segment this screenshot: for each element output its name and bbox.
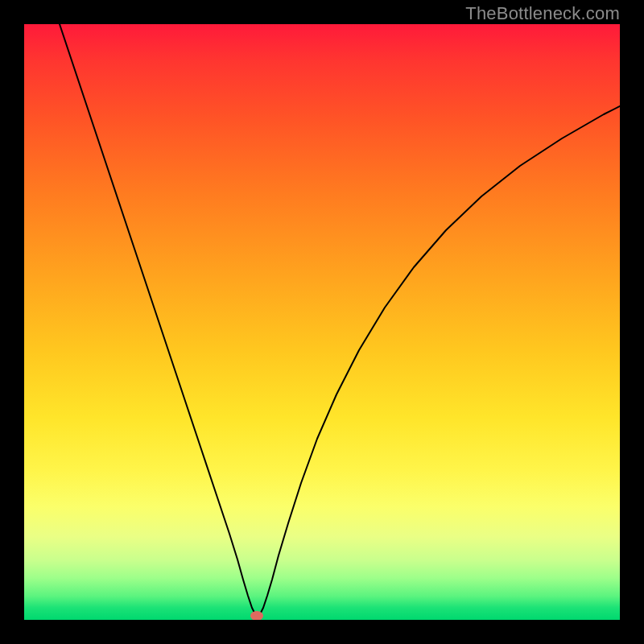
plot-area [24,24,620,620]
watermark-text: TheBottleneck.com [465,3,620,24]
curve-layer [24,24,620,620]
chart-container: TheBottleneck.com [0,0,644,644]
bottleneck-curve [60,24,620,617]
